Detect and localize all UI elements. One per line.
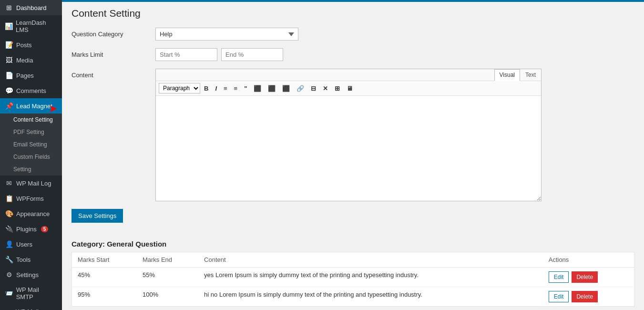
save-settings-button[interactable]: Save Settings [72, 209, 123, 223]
appearance-icon: 🎨 [5, 210, 13, 217]
comments-icon: 💬 [5, 87, 13, 94]
sidebar-item-wp-mail-log[interactable]: ✉ WP Mail Log [0, 176, 62, 191]
wpforms-icon: 📋 [5, 195, 13, 202]
ol-button[interactable]: ≡ [231, 83, 241, 93]
wp-mail-smtp-icon: 📨 [5, 289, 13, 297]
sidebar-item-label: WPForms [16, 195, 44, 202]
sidebar-item-label: WP Mail Log [16, 180, 51, 187]
tab-text[interactable]: Text [520, 69, 541, 81]
delete-button[interactable]: Delete [572, 291, 598, 302]
sidebar-item-label: Users [16, 241, 32, 248]
sidebar-item-settings[interactable]: ⚙ Settings [0, 267, 62, 282]
tab-visual[interactable]: Visual [494, 69, 520, 81]
users-icon: 👤 [5, 240, 13, 248]
link-button[interactable]: 🔗 [294, 83, 307, 93]
submenu-email-setting[interactable]: Email Setting [0, 138, 62, 151]
editor-tabs: Visual Text [156, 69, 541, 81]
marks-end-cell: 55% [137, 268, 198, 287]
content-cell: hi no Lorem Ipsum is simply dummy text o… [198, 287, 543, 307]
general-question-table: Marks Start Marks End Content Actions 45… [72, 252, 634, 307]
blockquote-button[interactable]: " [241, 83, 250, 93]
align-left-button[interactable]: ⬛ [251, 83, 264, 93]
italic-button[interactable]: I [212, 83, 220, 93]
sidebar-item-label: Lead Magnet [16, 103, 52, 110]
col-marks-start: Marks Start [72, 252, 137, 268]
sidebar-submenu: Content Setting PDF Setting Email Settin… [0, 114, 62, 176]
sidebar-item-posts[interactable]: 📝 Posts [0, 37, 62, 52]
sidebar-item-label: Tools [16, 256, 31, 263]
submenu-label: PDF Setting [13, 129, 44, 135]
align-right-button[interactable]: ⬛ [279, 83, 293, 93]
sidebar-item-media[interactable]: 🖼 Media [0, 52, 62, 68]
ul-button[interactable]: ≡ [221, 83, 230, 93]
edit-button[interactable]: Edit [549, 271, 569, 283]
actions-cell: Edit Delete [543, 287, 634, 307]
page-title: Content Setting [72, 8, 634, 19]
content-label: Content [72, 69, 148, 79]
table-button[interactable]: ⊟ [308, 83, 319, 93]
editor-body[interactable] [156, 96, 541, 201]
content-row: Content Visual Text Paragraph B I ≡ ≡ " … [72, 69, 634, 201]
pages-icon: 📄 [5, 72, 13, 79]
content-cell: yes Lorem Ipsum is simply dummy text of … [198, 268, 543, 287]
sidebar-item-comments[interactable]: 💬 Comments [0, 83, 62, 98]
question-category-control: Help General Question World [155, 28, 489, 41]
submenu-label: Content Setting [13, 116, 53, 123]
sidebar-item-wpforms[interactable]: 📋 WPForms [0, 191, 62, 206]
marks-inputs [155, 48, 489, 61]
remove-format-button[interactable]: ✕ [320, 83, 331, 93]
bold-button[interactable]: B [201, 83, 211, 93]
arrow-indicator: ➤ [49, 103, 57, 115]
sidebar-item-learndash[interactable]: 📊 LearnDash LMS [0, 15, 62, 37]
learndash-icon: 📊 [5, 22, 13, 30]
actions-cell: Edit Delete [543, 268, 634, 287]
sidebar-item-plugins[interactable]: 🔌 Plugins 5 [0, 221, 62, 237]
submenu-setting[interactable]: Setting [0, 163, 62, 176]
marks-start-input[interactable] [155, 48, 217, 61]
marks-start-cell: 95% [72, 287, 137, 307]
sidebar-item-appearance[interactable]: 🎨 Appearance [0, 206, 62, 221]
sidebar-item-label: WP Mail SMTP [16, 286, 57, 300]
sidebar: ⊞ Dashboard 📊 LearnDash LMS 📝 Posts 🖼 Me… [0, 0, 62, 310]
align-center-button[interactable]: ⬛ [265, 83, 278, 93]
col-marks-end: Marks End [137, 252, 198, 268]
sidebar-item-label: Comments [16, 87, 46, 94]
preview-button[interactable]: 🖥 [344, 83, 356, 93]
save-row: Save Settings [72, 209, 634, 232]
tools-icon: 🔧 [5, 256, 13, 263]
sidebar-item-users[interactable]: 👤 Users [0, 237, 62, 252]
col-content: Content [198, 252, 543, 268]
col-actions: Actions [543, 252, 634, 268]
table-row: 95% 100% hi no Lorem Ipsum is simply dum… [72, 287, 634, 307]
sidebar-item-label: Plugins [16, 226, 37, 233]
marks-end-input[interactable] [221, 48, 283, 61]
sidebar-item-pages[interactable]: 📄 Pages [0, 68, 62, 83]
action-buttons: Edit Delete [549, 291, 628, 302]
sidebar-item-wp-mail-logging[interactable]: 📩 WP Mail Logging [0, 304, 62, 310]
paragraph-select[interactable]: Paragraph [159, 83, 200, 93]
question-category-row: Question Category Help General Question … [72, 28, 634, 41]
edit-button[interactable]: Edit [549, 291, 569, 302]
editor-wrap: Visual Text Paragraph B I ≡ ≡ " ⬛ ⬛ ⬛ 🔗 [155, 69, 542, 201]
marks-start-cell: 45% [72, 268, 137, 287]
special-char-button[interactable]: ⊞ [332, 83, 343, 93]
action-buttons: Edit Delete [549, 271, 628, 283]
content-control: Visual Text Paragraph B I ≡ ≡ " ⬛ ⬛ ⬛ 🔗 [155, 69, 489, 201]
sidebar-item-label: Appearance [16, 210, 50, 217]
marks-limit-label: Marks Limit [72, 48, 148, 58]
submenu-content-setting[interactable]: Content Setting [0, 114, 62, 126]
sidebar-item-dashboard[interactable]: ⊞ Dashboard [0, 0, 62, 15]
submenu-custom-fields[interactable]: Custom Fields [0, 151, 62, 163]
submenu-pdf-setting[interactable]: PDF Setting [0, 126, 62, 138]
sidebar-item-label: Settings [16, 271, 39, 279]
sidebar-item-tools[interactable]: 🔧 Tools [0, 252, 62, 267]
sidebar-item-label: Pages [16, 72, 34, 79]
wp-mail-log-icon: ✉ [5, 179, 13, 187]
question-category-select[interactable]: Help General Question World [155, 28, 298, 41]
sidebar-item-wp-mail-smtp[interactable]: 📨 WP Mail SMTP [0, 282, 62, 304]
submenu-label: Custom Fields [13, 154, 50, 160]
delete-button[interactable]: Delete [572, 271, 598, 283]
sidebar-item-label: Media [16, 57, 33, 64]
media-icon: 🖼 [5, 56, 13, 64]
dashboard-icon: ⊞ [5, 4, 13, 11]
